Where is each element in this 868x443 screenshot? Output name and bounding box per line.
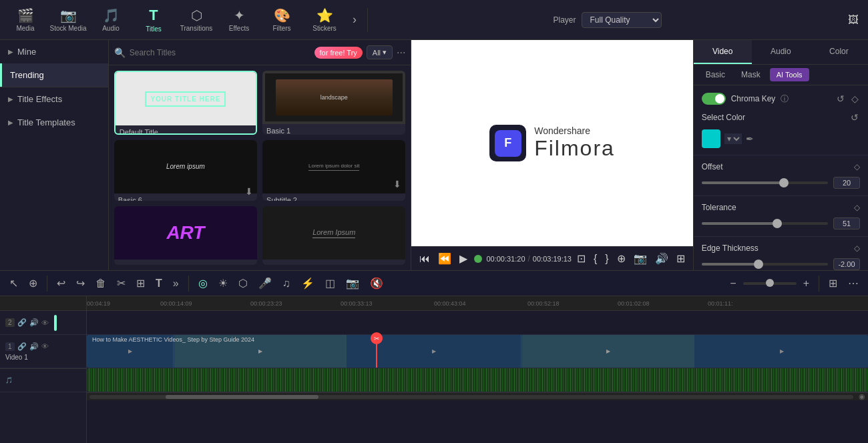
title-card-lorem[interactable]: Lorem Ipsum: [262, 206, 405, 265]
fullscreen-button[interactable]: ⊡: [574, 250, 588, 268]
grid-view-button[interactable]: ⊞: [825, 274, 841, 292]
track-v1-link-button[interactable]: 🔗: [17, 342, 27, 351]
photo-icon-btn[interactable]: 🖼: [844, 11, 863, 29]
color-match-button[interactable]: ◎: [194, 274, 212, 292]
color-swatch[interactable]: [702, 129, 720, 148]
snapshot-edit-button[interactable]: 📷: [342, 274, 363, 292]
split-button[interactable]: ⚡: [297, 274, 318, 292]
quality-select[interactable]: Full Quality Half Quality Quarter Qualit…: [582, 12, 662, 28]
mark-out-button[interactable]: }: [602, 250, 611, 268]
sidebar-item-trending[interactable]: Trending: [0, 63, 108, 87]
edge-thickness-value[interactable]: -2.00: [833, 258, 860, 270]
track-row-video1[interactable]: ▶ ▶ ▶ ▶ ▶ How to Make AESTHETIC Videos_ …: [87, 335, 868, 368]
tab-color[interactable]: Color: [810, 40, 868, 64]
tolerance-value[interactable]: 51: [833, 217, 860, 230]
filter-dropdown[interactable]: All ▾: [367, 45, 393, 59]
track-v1-eye-button[interactable]: 👁: [41, 342, 49, 350]
cut-button[interactable]: ✂: [113, 274, 130, 292]
more-options-button[interactable]: ⋯: [844, 274, 863, 292]
filters-tool[interactable]: 🎨 Filters: [262, 3, 302, 37]
voice-button[interactable]: 🎤: [254, 274, 276, 292]
redo-button[interactable]: ↪: [72, 274, 89, 292]
tolerance-slider[interactable]: [702, 222, 828, 225]
undo-button[interactable]: ↩: [53, 274, 69, 292]
title-card-subtitle2[interactable]: Lorem ipsum dolor sit ⬇ Subtitle 2: [262, 140, 405, 201]
tolerance-thumb[interactable]: [773, 219, 782, 228]
track-v1-audio-button[interactable]: 🔊: [29, 342, 39, 351]
color-dropdown[interactable]: ▾: [724, 133, 742, 144]
sidebar-item-title-effects[interactable]: ▶ Title Effects: [0, 87, 108, 111]
more-button[interactable]: »: [169, 275, 183, 292]
chroma-key-row: Chroma Key ⓘ ↺ ◇: [702, 92, 860, 105]
track-link-button[interactable]: 🔗: [17, 318, 27, 327]
playhead[interactable]: ✂: [376, 335, 377, 368]
track-eye-button[interactable]: 👁: [41, 319, 49, 327]
audio-sync-button[interactable]: ♫: [278, 275, 294, 292]
text-button[interactable]: T: [152, 275, 166, 292]
offset-thumb[interactable]: [779, 178, 789, 187]
zoom-out-button[interactable]: −: [726, 275, 740, 292]
skip-back-button[interactable]: ⏮: [417, 250, 433, 268]
offset-slider[interactable]: [702, 181, 828, 184]
playhead-handle[interactable]: ✂: [371, 332, 383, 344]
zoom-slider[interactable]: [743, 282, 797, 285]
select-color-row: Select Color ↺: [702, 111, 860, 124]
right-panel: Video Audio Color Basic Mask AI Tools Ch…: [694, 40, 868, 270]
tolerance-diamond-button[interactable]: ◇: [854, 203, 860, 212]
scroll-end-icon: ◉: [859, 392, 865, 401]
pip-button[interactable]: ⊞: [674, 250, 688, 268]
compound-button[interactable]: ◫: [321, 274, 339, 292]
scrollbar-thumb[interactable]: [166, 395, 318, 399]
audio-off-button[interactable]: 🔇: [366, 274, 387, 292]
transitions-tool[interactable]: ⬡ Transitions: [176, 3, 216, 37]
sidebar-item-mine[interactable]: ▶ Mine: [0, 40, 108, 63]
chroma-key-toggle[interactable]: [702, 93, 726, 105]
offset-value[interactable]: 20: [833, 177, 860, 189]
title-card-basic6[interactable]: Lorem ipsum ⬇ Basic 6: [114, 140, 257, 201]
sidebar-item-title-templates[interactable]: ▶ Title Templates: [0, 111, 108, 134]
play-button[interactable]: ▶: [457, 250, 470, 268]
toolbar-separator: [367, 8, 368, 32]
snapshot-button[interactable]: 📷: [631, 250, 650, 268]
subtab-ai-tools[interactable]: AI Tools: [770, 68, 809, 81]
edge-thickness-thumb[interactable]: [754, 260, 763, 269]
more-options-button[interactable]: ···: [397, 47, 405, 59]
mask-button[interactable]: ⬡: [234, 274, 252, 292]
frame-back-button[interactable]: ⏪: [435, 250, 454, 268]
zoom-thumb[interactable]: [766, 279, 774, 287]
media-tool[interactable]: 🎬 Media: [5, 3, 45, 37]
zoom-in-button[interactable]: +: [799, 275, 813, 292]
eyedropper-button[interactable]: ✒: [746, 133, 754, 144]
effects-tool[interactable]: ✦ Effects: [219, 3, 259, 37]
tab-audio[interactable]: Audio: [752, 40, 810, 64]
chroma-diamond-button[interactable]: ◇: [850, 92, 860, 105]
title-card-art[interactable]: ART: [114, 206, 257, 265]
audio-tool[interactable]: 🎵 Audio: [91, 3, 131, 37]
search-input[interactable]: [130, 48, 310, 57]
delete-button[interactable]: 🗑: [91, 275, 110, 292]
tab-video[interactable]: Video: [694, 40, 752, 64]
crop-button[interactable]: ⊞: [132, 274, 149, 292]
select-color-reset-button[interactable]: ↺: [849, 111, 860, 124]
promo-badge[interactable]: for free! Try: [314, 47, 363, 59]
edge-thickness-slider[interactable]: [702, 263, 828, 266]
select-tool-button[interactable]: ↖: [5, 274, 22, 292]
mark-in-button[interactable]: {: [591, 250, 600, 268]
volume-button[interactable]: 🔊: [652, 250, 671, 268]
scrollbar-track[interactable]: [89, 395, 853, 399]
track-audio-button[interactable]: 🔊: [29, 318, 39, 327]
title-card-basic1[interactable]: landscape Basic 1: [262, 71, 405, 135]
offset-diamond-button[interactable]: ◇: [854, 162, 860, 171]
chroma-reset-button[interactable]: ↺: [835, 92, 846, 105]
subtab-basic[interactable]: Basic: [699, 67, 732, 82]
more-tools-button[interactable]: ›: [347, 7, 362, 32]
stickers-tool[interactable]: ⭐ Stickers: [304, 3, 345, 37]
add-marker-button[interactable]: ⊕: [614, 250, 628, 268]
edge-thickness-diamond-button[interactable]: ◇: [854, 244, 860, 253]
magnetic-tool-button[interactable]: ⊕: [25, 274, 41, 292]
stock-media-tool[interactable]: 📷 Stock Media: [48, 3, 88, 37]
title-card-default[interactable]: YOUR TITLE HERE Default Title: [114, 71, 257, 135]
subtab-mask[interactable]: Mask: [734, 67, 767, 82]
motion-button[interactable]: ☀: [214, 274, 232, 292]
titles-tool[interactable]: T Titles: [134, 3, 174, 37]
